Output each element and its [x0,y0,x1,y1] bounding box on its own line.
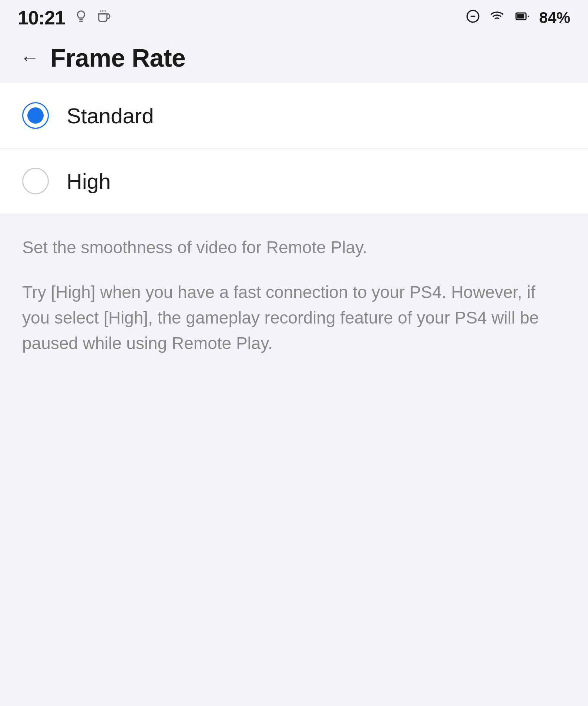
battery-icon [514,10,530,26]
minus-circle-icon [466,9,480,27]
svg-rect-9 [517,14,524,19]
high-option[interactable]: High [0,148,588,214]
back-button[interactable]: ← [15,43,44,73]
description-section: Set the smoothness of video for Remote P… [0,214,588,377]
options-list: Standard High [0,83,588,214]
high-radio-button[interactable] [22,168,49,194]
back-arrow-icon: ← [20,47,39,69]
coffee-icon [97,9,111,27]
standard-radio-button[interactable] [22,102,49,129]
standard-option[interactable]: Standard [0,83,588,148]
bulb-icon [74,9,88,27]
high-label: High [67,169,111,194]
status-time: 10:21 [18,7,65,29]
description-text-1: Set the smoothness of video for Remote P… [22,235,566,260]
wifi-icon [489,9,505,27]
standard-label: Standard [67,103,154,128]
status-left: 10:21 [18,7,111,29]
page-title: Frame Rate [50,43,185,72]
battery-percent: 84% [539,9,570,27]
status-bar: 10:21 [0,0,588,34]
page-header: ← Frame Rate [0,34,588,83]
status-right: 84% [466,9,570,27]
description-text-2: Try [High] when you have a fast connecti… [22,280,566,356]
standard-radio-inner [27,107,44,124]
